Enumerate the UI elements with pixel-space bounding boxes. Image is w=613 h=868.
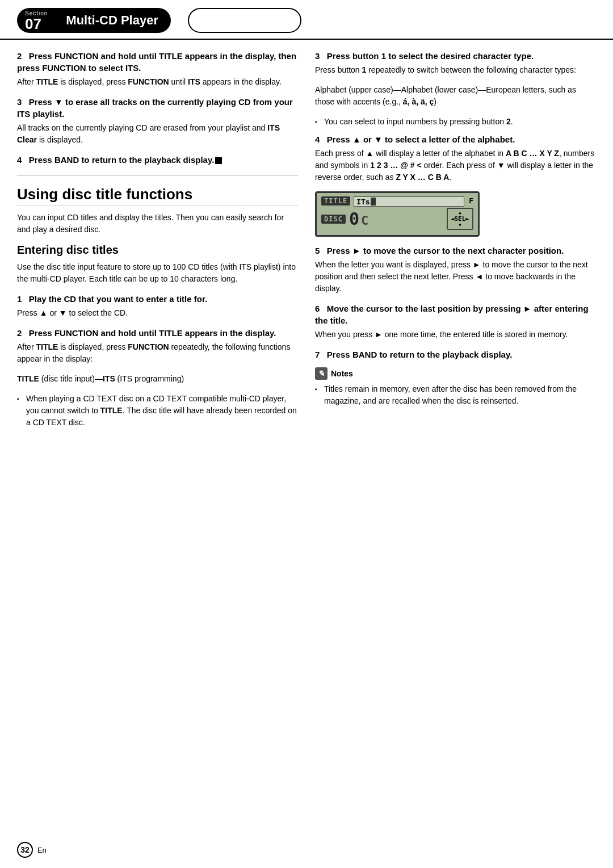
step2-body: After TITLE is displayed, press FUNCTION… [17, 76, 298, 88]
lcd-big-char1: 0 [349, 209, 359, 229]
lcd-title-label: TITLE [321, 196, 350, 206]
lcd-f-label: F [469, 196, 473, 205]
section-intro: You can input CD titles and display the … [17, 212, 298, 236]
step2b-heading: 2 Press FUNCTION and hold until TITLE ap… [17, 327, 298, 339]
section-number: 07 [25, 16, 41, 31]
step7-heading: 7 Press BAND to return to the playback d… [315, 349, 596, 360]
step6-body: When you press ► one more time, the ente… [315, 329, 596, 341]
lcd-display: TITLE ITs F DISC 0 C ▲ [315, 191, 480, 237]
notes-list: Titles remain in memory, even after the … [315, 383, 596, 407]
notes-icon: ✎ [315, 367, 328, 380]
lcd-cursor [371, 198, 376, 206]
page-wrapper: Section 07 Multi-CD Player 2 Press FUNCT… [0, 0, 613, 868]
left-column: 2 Press FUNCTION and hold until TITLE ap… [17, 50, 298, 434]
divider [17, 175, 298, 175]
step4a-heading: 4 Press BAND to return to the playback d… [17, 154, 298, 166]
step3r-bullet1: You can select to input numbers by press… [315, 116, 596, 128]
notes-box: ✎ Notes Titles remain in memory, even af… [315, 367, 596, 407]
section-title: Using disc title functions [17, 186, 298, 206]
step2b-bullets: When playing a CD TEXT disc on a CD TEXT… [17, 393, 298, 429]
step2b-title-its: TITLE (disc title input)—ITS (ITS progra… [17, 373, 298, 385]
page-lang-label: En [37, 846, 47, 854]
notes-header: ✎ Notes [315, 367, 596, 380]
lcd-disc-label: DISC [321, 215, 346, 224]
page-number-circle: 32 [17, 842, 33, 858]
notes-bullet1: Titles remain in memory, even after the … [315, 383, 596, 407]
lcd-arrow-up: ▲ [459, 210, 461, 215]
page-header: Section 07 Multi-CD Player [0, 0, 613, 40]
step4r-body: Each press of ▲ will display a letter of… [315, 148, 596, 183]
lcd-sel-label: ◄SEL► [451, 215, 469, 223]
step3r-heading: 3 Press button 1 to select the desired c… [315, 50, 596, 62]
step5-body: When the letter you want is displayed, p… [315, 259, 596, 295]
step3r-char-types: Alphabet (upper case)—Alphabet (lower ca… [315, 84, 596, 108]
lcd-input-area: ITs [354, 196, 464, 207]
step3r-bullets: You can select to input numbers by press… [315, 116, 596, 128]
step3-heading: 3 Press ▼ to erase all tracks on the cur… [17, 96, 298, 120]
step2-heading: 2 Press FUNCTION and hold until TITLE ap… [17, 50, 298, 74]
header-title: Multi-CD Player [53, 8, 171, 33]
main-content: 2 Press FUNCTION and hold until TITLE ap… [0, 50, 613, 434]
lcd-big-char2: C [361, 213, 368, 228]
step1-heading: 1 Play the CD that you want to enter a t… [17, 293, 298, 305]
notes-label: Notes [331, 369, 353, 378]
step1-body: Press ▲ or ▼ to select the CD. [17, 307, 298, 319]
step4r-heading: 4 Press ▲ or ▼ to select a letter of the… [315, 133, 596, 145]
sub-intro: Use the disc title input feature to stor… [17, 261, 298, 285]
step5-heading: 5 Press ► to move the cursor to the next… [315, 245, 596, 257]
lcd-arrow-down: ▼ [459, 223, 461, 228]
sub-section-title: Entering disc titles [17, 244, 298, 257]
step2b-bullet1: When playing a CD TEXT disc on a CD TEXT… [17, 393, 298, 429]
step2b-body: After TITLE is displayed, press FUNCTION… [17, 341, 298, 365]
page-number-area: 32 En [17, 842, 47, 858]
step6-heading: 6 Move the cursor to the last position b… [315, 303, 596, 326]
section-badge: Section 07 [17, 8, 53, 33]
header-right-pill [188, 8, 301, 33]
step3r-body: Press button 1 repeatedly to switch betw… [315, 64, 596, 76]
right-column: 3 Press button 1 to select the desired c… [315, 50, 596, 434]
step3-body: All tracks on the currently playing CD a… [17, 122, 298, 146]
stop-symbol [215, 157, 222, 164]
